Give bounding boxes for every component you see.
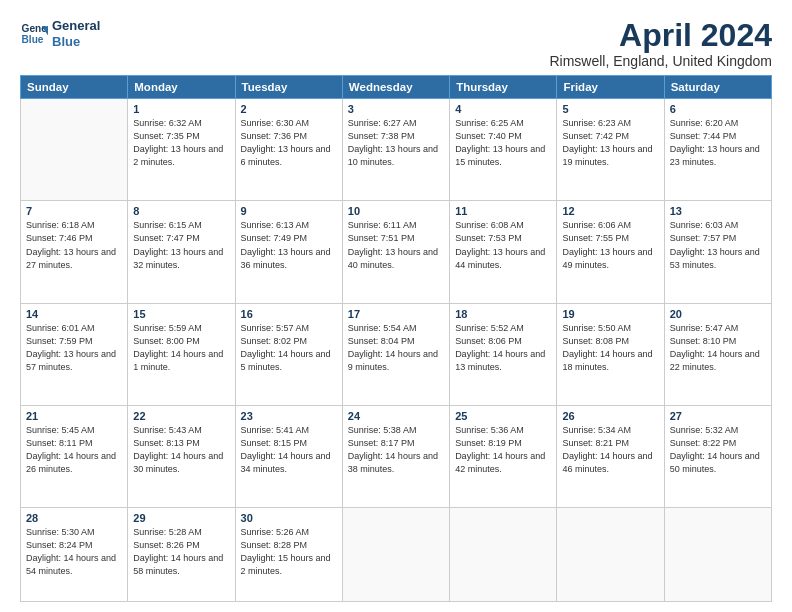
calendar-cell [342, 508, 449, 602]
day-detail: Sunrise: 6:27 AM Sunset: 7:38 PM Dayligh… [348, 117, 444, 169]
calendar-cell: 12Sunrise: 6:06 AM Sunset: 7:55 PM Dayli… [557, 201, 664, 303]
day-number: 15 [133, 308, 229, 320]
day-detail: Sunrise: 6:01 AM Sunset: 7:59 PM Dayligh… [26, 322, 122, 374]
calendar-cell: 29Sunrise: 5:28 AM Sunset: 8:26 PM Dayli… [128, 508, 235, 602]
day-number: 3 [348, 103, 444, 115]
day-number: 30 [241, 512, 337, 524]
subtitle: Rimswell, England, United Kingdom [549, 53, 772, 69]
day-detail: Sunrise: 5:54 AM Sunset: 8:04 PM Dayligh… [348, 322, 444, 374]
calendar-cell: 7Sunrise: 6:18 AM Sunset: 7:46 PM Daylig… [21, 201, 128, 303]
day-number: 25 [455, 410, 551, 422]
calendar-cell: 25Sunrise: 5:36 AM Sunset: 8:19 PM Dayli… [450, 405, 557, 507]
calendar-cell: 30Sunrise: 5:26 AM Sunset: 8:28 PM Dayli… [235, 508, 342, 602]
calendar-cell: 24Sunrise: 5:38 AM Sunset: 8:17 PM Dayli… [342, 405, 449, 507]
calendar-cell: 16Sunrise: 5:57 AM Sunset: 8:02 PM Dayli… [235, 303, 342, 405]
day-number: 23 [241, 410, 337, 422]
calendar-cell: 15Sunrise: 5:59 AM Sunset: 8:00 PM Dayli… [128, 303, 235, 405]
calendar-cell: 17Sunrise: 5:54 AM Sunset: 8:04 PM Dayli… [342, 303, 449, 405]
calendar-cell [21, 99, 128, 201]
day-number: 14 [26, 308, 122, 320]
day-number: 9 [241, 205, 337, 217]
day-detail: Sunrise: 5:50 AM Sunset: 8:08 PM Dayligh… [562, 322, 658, 374]
day-number: 1 [133, 103, 229, 115]
calendar-cell: 28Sunrise: 5:30 AM Sunset: 8:24 PM Dayli… [21, 508, 128, 602]
day-detail: Sunrise: 5:30 AM Sunset: 8:24 PM Dayligh… [26, 526, 122, 578]
day-number: 7 [26, 205, 122, 217]
calendar-cell: 18Sunrise: 5:52 AM Sunset: 8:06 PM Dayli… [450, 303, 557, 405]
day-detail: Sunrise: 5:57 AM Sunset: 8:02 PM Dayligh… [241, 322, 337, 374]
day-detail: Sunrise: 5:34 AM Sunset: 8:21 PM Dayligh… [562, 424, 658, 476]
calendar-cell: 21Sunrise: 5:45 AM Sunset: 8:11 PM Dayli… [21, 405, 128, 507]
day-number: 26 [562, 410, 658, 422]
day-detail: Sunrise: 6:25 AM Sunset: 7:40 PM Dayligh… [455, 117, 551, 169]
calendar-cell: 6Sunrise: 6:20 AM Sunset: 7:44 PM Daylig… [664, 99, 771, 201]
calendar-cell [664, 508, 771, 602]
calendar-cell: 27Sunrise: 5:32 AM Sunset: 8:22 PM Dayli… [664, 405, 771, 507]
day-detail: Sunrise: 6:30 AM Sunset: 7:36 PM Dayligh… [241, 117, 337, 169]
day-number: 28 [26, 512, 122, 524]
calendar-cell: 2Sunrise: 6:30 AM Sunset: 7:36 PM Daylig… [235, 99, 342, 201]
calendar-cell: 5Sunrise: 6:23 AM Sunset: 7:42 PM Daylig… [557, 99, 664, 201]
calendar-table: SundayMondayTuesdayWednesdayThursdayFrid… [20, 75, 772, 602]
day-detail: Sunrise: 5:52 AM Sunset: 8:06 PM Dayligh… [455, 322, 551, 374]
logo-text-blue: Blue [52, 34, 100, 50]
day-detail: Sunrise: 5:28 AM Sunset: 8:26 PM Dayligh… [133, 526, 229, 578]
day-detail: Sunrise: 5:36 AM Sunset: 8:19 PM Dayligh… [455, 424, 551, 476]
day-detail: Sunrise: 5:41 AM Sunset: 8:15 PM Dayligh… [241, 424, 337, 476]
weekday-header-thursday: Thursday [450, 76, 557, 99]
svg-text:Blue: Blue [22, 33, 44, 44]
day-number: 17 [348, 308, 444, 320]
day-detail: Sunrise: 5:32 AM Sunset: 8:22 PM Dayligh… [670, 424, 766, 476]
calendar-cell: 10Sunrise: 6:11 AM Sunset: 7:51 PM Dayli… [342, 201, 449, 303]
calendar-cell: 26Sunrise: 5:34 AM Sunset: 8:21 PM Dayli… [557, 405, 664, 507]
week-row-5: 28Sunrise: 5:30 AM Sunset: 8:24 PM Dayli… [21, 508, 772, 602]
day-number: 4 [455, 103, 551, 115]
day-detail: Sunrise: 6:23 AM Sunset: 7:42 PM Dayligh… [562, 117, 658, 169]
day-number: 11 [455, 205, 551, 217]
calendar-cell: 22Sunrise: 5:43 AM Sunset: 8:13 PM Dayli… [128, 405, 235, 507]
day-detail: Sunrise: 5:26 AM Sunset: 8:28 PM Dayligh… [241, 526, 337, 578]
title-block: April 2024 Rimswell, England, United Kin… [549, 18, 772, 69]
calendar-cell: 1Sunrise: 6:32 AM Sunset: 7:35 PM Daylig… [128, 99, 235, 201]
day-number: 27 [670, 410, 766, 422]
week-row-1: 1Sunrise: 6:32 AM Sunset: 7:35 PM Daylig… [21, 99, 772, 201]
week-row-4: 21Sunrise: 5:45 AM Sunset: 8:11 PM Dayli… [21, 405, 772, 507]
day-number: 16 [241, 308, 337, 320]
weekday-header-row: SundayMondayTuesdayWednesdayThursdayFrid… [21, 76, 772, 99]
day-detail: Sunrise: 6:11 AM Sunset: 7:51 PM Dayligh… [348, 219, 444, 271]
day-number: 22 [133, 410, 229, 422]
calendar-cell [450, 508, 557, 602]
day-detail: Sunrise: 6:06 AM Sunset: 7:55 PM Dayligh… [562, 219, 658, 271]
weekday-header-saturday: Saturday [664, 76, 771, 99]
calendar-cell: 13Sunrise: 6:03 AM Sunset: 7:57 PM Dayli… [664, 201, 771, 303]
calendar-cell: 4Sunrise: 6:25 AM Sunset: 7:40 PM Daylig… [450, 99, 557, 201]
calendar-cell: 9Sunrise: 6:13 AM Sunset: 7:49 PM Daylig… [235, 201, 342, 303]
day-number: 13 [670, 205, 766, 217]
day-number: 10 [348, 205, 444, 217]
weekday-header-friday: Friday [557, 76, 664, 99]
logo: General Blue General Blue [20, 18, 100, 49]
day-detail: Sunrise: 5:43 AM Sunset: 8:13 PM Dayligh… [133, 424, 229, 476]
calendar-cell: 3Sunrise: 6:27 AM Sunset: 7:38 PM Daylig… [342, 99, 449, 201]
day-number: 20 [670, 308, 766, 320]
calendar-cell: 19Sunrise: 5:50 AM Sunset: 8:08 PM Dayli… [557, 303, 664, 405]
calendar-cell [557, 508, 664, 602]
calendar-cell: 8Sunrise: 6:15 AM Sunset: 7:47 PM Daylig… [128, 201, 235, 303]
day-number: 2 [241, 103, 337, 115]
day-detail: Sunrise: 5:45 AM Sunset: 8:11 PM Dayligh… [26, 424, 122, 476]
calendar-cell: 23Sunrise: 5:41 AM Sunset: 8:15 PM Dayli… [235, 405, 342, 507]
weekday-header-monday: Monday [128, 76, 235, 99]
weekday-header-wednesday: Wednesday [342, 76, 449, 99]
day-number: 12 [562, 205, 658, 217]
header: General Blue General Blue April 2024 Rim… [20, 18, 772, 69]
day-detail: Sunrise: 6:20 AM Sunset: 7:44 PM Dayligh… [670, 117, 766, 169]
day-number: 18 [455, 308, 551, 320]
logo-text-general: General [52, 18, 100, 34]
day-number: 5 [562, 103, 658, 115]
day-detail: Sunrise: 5:47 AM Sunset: 8:10 PM Dayligh… [670, 322, 766, 374]
week-row-3: 14Sunrise: 6:01 AM Sunset: 7:59 PM Dayli… [21, 303, 772, 405]
day-detail: Sunrise: 6:18 AM Sunset: 7:46 PM Dayligh… [26, 219, 122, 271]
calendar-cell: 14Sunrise: 6:01 AM Sunset: 7:59 PM Dayli… [21, 303, 128, 405]
weekday-header-sunday: Sunday [21, 76, 128, 99]
day-detail: Sunrise: 6:13 AM Sunset: 7:49 PM Dayligh… [241, 219, 337, 271]
